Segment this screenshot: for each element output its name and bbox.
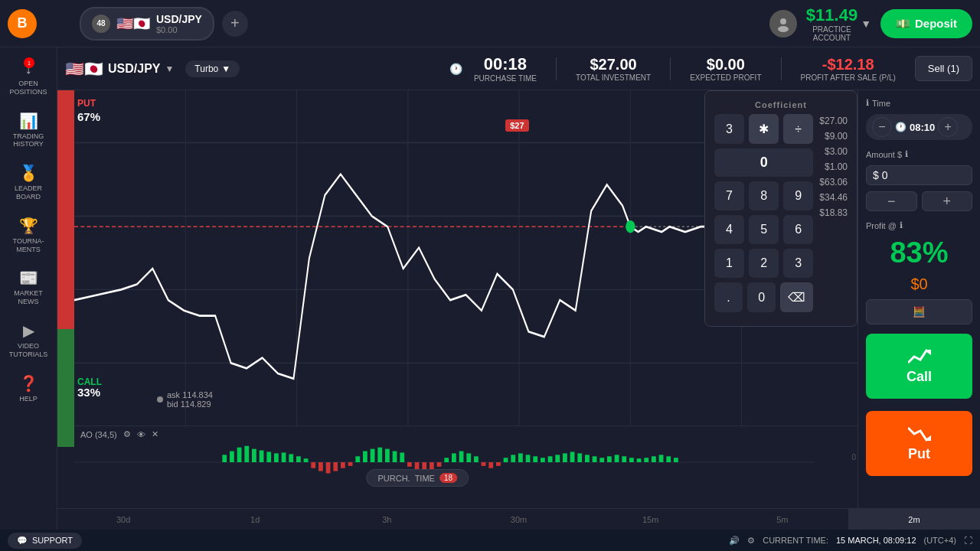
svg-rect-37 bbox=[355, 456, 360, 462]
deposit-button[interactable]: 💵 Deposit bbox=[880, 9, 972, 38]
calculator-icon: 🧮 bbox=[913, 306, 926, 318]
call-trade-button[interactable]: Call bbox=[866, 334, 972, 399]
oscillator-settings-icon[interactable]: ⚙ bbox=[123, 429, 131, 439]
sidebar-item-market-news[interactable]: 📰 MARKETNEWS bbox=[2, 262, 54, 312]
tab-3h[interactable]: 3h bbox=[321, 509, 452, 530]
keypad-row-2: 7 8 9 bbox=[714, 181, 813, 210]
svg-rect-40 bbox=[377, 448, 382, 462]
trading-history-label: TRADINGHISTORY bbox=[13, 132, 44, 149]
svg-rect-41 bbox=[385, 449, 390, 462]
sidebar-item-leaderboard[interactable]: 🏅 LEADERBOARD bbox=[2, 158, 54, 207]
keypad-btn-star[interactable]: ✱ bbox=[749, 114, 779, 144]
amount-minus-button[interactable]: − bbox=[866, 191, 917, 211]
tab-2m[interactable]: 2m bbox=[848, 509, 980, 530]
put-label: PUT bbox=[77, 98, 96, 109]
keypad-btn-4[interactable]: 4 bbox=[714, 215, 744, 244]
balance-amount: $11.49 bbox=[806, 5, 858, 25]
coeff-amount-5: $34.46 bbox=[819, 191, 848, 204]
svg-rect-53 bbox=[474, 456, 479, 462]
put-arrows bbox=[57, 144, 74, 227]
sidebar-item-tournaments[interactable]: 🏆 TOURNA-MENTS bbox=[2, 210, 54, 260]
coefficient-amounts: $27.00 $9.00 $3.00 $1.00 $63.06 $34.46 $… bbox=[819, 114, 848, 317]
right-panel: ℹ Time − 🕐 08:10 + Amount $ ℹ $ 0 bbox=[858, 90, 980, 508]
svg-rect-55 bbox=[488, 462, 493, 468]
balance-dropdown[interactable]: $11.49 PRACTICEACCOUNT ▼ bbox=[806, 5, 871, 42]
keypad-btn-9[interactable]: 9 bbox=[783, 181, 813, 210]
tab-15m[interactable]: 15m bbox=[585, 509, 717, 530]
svg-rect-35 bbox=[341, 462, 345, 468]
svg-rect-71 bbox=[607, 456, 612, 462]
amount-plus-button[interactable]: + bbox=[922, 191, 973, 211]
keypad-btn-8[interactable]: 8 bbox=[749, 181, 779, 210]
time-minus-button[interactable]: − bbox=[872, 117, 892, 137]
keypad-btn-3[interactable]: 3 bbox=[714, 114, 744, 144]
volume-icon[interactable]: 🔊 bbox=[729, 536, 740, 546]
turbo-mode-button[interactable]: Turbo ▼ bbox=[185, 60, 240, 77]
chart-asset-name: USD/JPY bbox=[108, 62, 160, 76]
svg-rect-59 bbox=[518, 453, 523, 462]
support-button[interactable]: 💬 SUPPORT bbox=[8, 533, 82, 549]
keypad-btn-del[interactable]: ⌫ bbox=[780, 282, 813, 312]
amount-info-icon: ℹ bbox=[905, 149, 908, 159]
keypad-btn-2[interactable]: 2 bbox=[749, 249, 779, 278]
oscillator-close-icon[interactable]: ✕ bbox=[152, 429, 158, 439]
sidebar-item-trading-history[interactable]: 📊 TRADINGHISTORY bbox=[2, 106, 54, 155]
keypad-row-3: 4 5 6 bbox=[714, 215, 813, 244]
oscillator-eye-icon[interactable]: 👁 bbox=[137, 430, 145, 439]
sidebar-item-open-positions[interactable]: ↕ 1 OPENPOSITIONS bbox=[2, 54, 54, 103]
logo-button[interactable]: B bbox=[8, 9, 37, 38]
expected-profit-section: $0.00 EXPECTED PROFIT bbox=[690, 56, 761, 82]
settings-icon[interactable]: ⚙ bbox=[747, 536, 755, 546]
sell-button[interactable]: Sell (1) bbox=[915, 56, 972, 81]
keypad-btn-div[interactable]: ÷ bbox=[783, 114, 813, 144]
svg-rect-28 bbox=[289, 454, 293, 462]
time-info-icon: ℹ bbox=[866, 98, 869, 108]
purchase-time-button[interactable]: PURCH. TIME 18 bbox=[366, 469, 469, 487]
tab-1d[interactable]: 1d bbox=[189, 509, 321, 530]
svg-rect-72 bbox=[615, 455, 619, 462]
expected-profit-value: $0.00 bbox=[707, 56, 745, 73]
keypad-btn-6[interactable]: 6 bbox=[783, 215, 813, 244]
put-pct: 67% bbox=[77, 110, 100, 123]
svg-rect-50 bbox=[452, 453, 456, 462]
tab-30m[interactable]: 30m bbox=[452, 509, 584, 530]
add-asset-button[interactable]: + bbox=[222, 11, 248, 37]
svg-point-14 bbox=[626, 220, 635, 233]
svg-rect-57 bbox=[504, 458, 508, 462]
chart-asset-dropdown-arrow: ▼ bbox=[165, 64, 174, 74]
market-news-icon: 📰 bbox=[19, 269, 38, 287]
svg-rect-64 bbox=[555, 455, 560, 462]
svg-rect-68 bbox=[585, 455, 590, 462]
keypad-btn-5[interactable]: 5 bbox=[749, 215, 779, 244]
svg-rect-74 bbox=[629, 458, 634, 462]
svg-rect-21 bbox=[237, 448, 242, 462]
fullscreen-icon[interactable]: ⛶ bbox=[964, 536, 972, 545]
sidebar-item-video-tutorials[interactable]: ▶ VIDEOTUTORIALS bbox=[2, 315, 54, 365]
profile-icon[interactable] bbox=[769, 10, 797, 37]
purchase-time-section: 00:18 PURCHASE TIME bbox=[474, 54, 537, 83]
svg-rect-56 bbox=[496, 462, 501, 466]
time-plus-button[interactable]: + bbox=[938, 117, 958, 137]
keypad-btn-1[interactable]: 1 bbox=[714, 249, 744, 278]
sidebar-item-help[interactable]: ❓ HELP bbox=[2, 368, 54, 409]
keypad-row-4: 1 2 3 bbox=[714, 249, 813, 278]
svg-rect-75 bbox=[637, 458, 642, 462]
svg-rect-20 bbox=[230, 452, 234, 463]
tab-5m[interactable]: 5m bbox=[717, 509, 848, 530]
keypad-btn-3b[interactable]: 3 bbox=[783, 249, 813, 278]
keypad-btn-dot[interactable]: . bbox=[714, 282, 743, 312]
svg-rect-44 bbox=[407, 462, 412, 467]
calculator-button[interactable]: 🧮 bbox=[866, 299, 972, 324]
keypad-coeff-row: 3 ✱ ÷ 0 7 8 9 4 5 6 bbox=[714, 114, 848, 317]
svg-rect-60 bbox=[526, 455, 531, 462]
grid-button[interactable] bbox=[44, 10, 72, 37]
chart-asset-info[interactable]: 🇺🇸🇯🇵 USD/JPY ▼ bbox=[65, 60, 174, 78]
amount-controls: − + bbox=[866, 191, 972, 211]
tab-30d[interactable]: 30d bbox=[57, 509, 189, 530]
asset-tab[interactable]: 48 🇺🇸🇯🇵 USD/JPY $0.00 bbox=[80, 7, 214, 41]
put-trade-button[interactable]: Put bbox=[866, 411, 972, 476]
amount-input-field[interactable]: $ 0 bbox=[873, 169, 887, 181]
chart-header: 🇺🇸🇯🇵 USD/JPY ▼ Turbo ▼ 🕐 00:18 PURCHASE … bbox=[57, 47, 980, 90]
keypad-btn-0[interactable]: 0 bbox=[747, 282, 776, 312]
keypad-btn-7[interactable]: 7 bbox=[714, 181, 744, 210]
